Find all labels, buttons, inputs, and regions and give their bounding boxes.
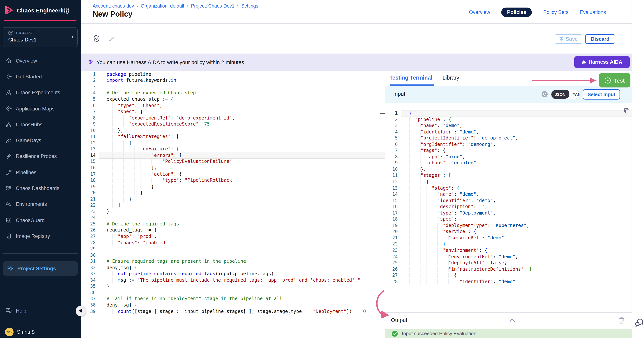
code-line[interactable]: "name": "demo", <box>409 123 532 129</box>
code-line[interactable]: "spec": { <box>106 109 366 115</box>
tab-library[interactable]: Library <box>442 75 459 81</box>
tab-policy-sets[interactable]: Policy Sets <box>543 10 568 15</box>
tab-overview[interactable]: Overview <box>469 10 490 15</box>
tab-policies[interactable]: Policies <box>502 8 532 17</box>
validate-shield-icon[interactable] <box>93 35 100 43</box>
sidebar-item-get-started[interactable]: Get Started <box>0 69 80 85</box>
code-line[interactable] <box>106 289 366 296</box>
user-menu[interactable]: SS Smriti S <box>0 324 86 338</box>
code-line[interactable]: } <box>106 196 366 202</box>
code-line[interactable] <box>106 252 366 258</box>
code-line[interactable]: "PolicyEvaluationFailure" <box>106 159 366 165</box>
code-line[interactable]: "identifier": "demo" <box>409 279 532 285</box>
code-line[interactable]: "spec": { <box>409 216 532 222</box>
sidebar-item-image-registry[interactable]: Image Registry <box>0 228 80 244</box>
code-line[interactable]: "onFailure": { <box>106 146 366 152</box>
module-grid-icon[interactable] <box>64 8 69 13</box>
code-line[interactable]: required_tags := { <box>106 227 366 233</box>
code-line[interactable]: not pipeline_contains_required_tags(inpu… <box>106 271 366 277</box>
code-line[interactable]: } <box>106 283 366 289</box>
format-option-yaml[interactable]: YAML <box>569 92 580 97</box>
sidebar-item-chaos-experiments[interactable]: Chaos Experiments <box>0 85 80 101</box>
code-line[interactable]: "orgIdentifier": "demoorg", <box>409 141 532 147</box>
code-line[interactable]: "action": { <box>106 171 366 177</box>
sidebar-item-project-settings[interactable]: Project Settings <box>3 261 78 276</box>
code-line[interactable]: "tags": { <box>409 148 532 154</box>
breadcrumb-project[interactable]: Project: Chaos-Dev1 <box>191 4 234 9</box>
code-line[interactable]: { <box>106 140 366 146</box>
breadcrumb-account[interactable]: Account: chaos-dev <box>93 4 134 9</box>
sidebar-collapse-handle[interactable] <box>76 306 86 316</box>
code-line[interactable]: "type": "Chaos", <box>106 102 366 109</box>
sidebar-item-application-maps[interactable]: Application Maps <box>0 101 80 117</box>
code-line[interactable]: "infrastructureDefinitions": [ <box>409 266 532 272</box>
breadcrumb-organization[interactable]: Organization: default <box>141 4 184 9</box>
code-line[interactable]: deny[msg] { <box>106 302 366 308</box>
code-line[interactable]: "serviceRef": "demo" <box>409 235 532 241</box>
sidebar-item-gamedays[interactable]: GameDays <box>0 133 80 149</box>
project-selector[interactable]: PROJECT Chaos-Dev1 › <box>3 27 78 47</box>
code-line[interactable]: # Define the expected Chaos step <box>106 90 366 96</box>
code-line[interactable]: "errors": [ <box>106 152 366 159</box>
code-line[interactable]: expected_chaos_step := { <box>106 96 366 102</box>
tab-evaluations[interactable]: Evaluations <box>580 10 606 15</box>
code-line[interactable]: } <box>106 183 366 190</box>
breadcrumb-settings[interactable]: Settings <box>241 4 258 9</box>
code-line[interactable]: } <box>106 190 366 196</box>
code-line[interactable]: } <box>106 246 366 252</box>
trash-icon[interactable] <box>618 317 625 324</box>
chevron-up-icon[interactable] <box>509 318 515 322</box>
input-json-editor[interactable]: 1234567891011121314151617181920212223242… <box>385 103 632 312</box>
edit-pencil-icon[interactable] <box>108 35 115 43</box>
code-line[interactable]: deny[msg] { <box>106 265 366 271</box>
code-line[interactable]: "failureStrategies": [ <box>106 134 366 140</box>
test-button[interactable]: Test <box>599 73 630 88</box>
code-line[interactable]: package pipeline <box>106 71 366 78</box>
code-line[interactable]: msg := "The pipeline must include the re… <box>106 277 366 283</box>
code-line[interactable]: "deployToAll": false, <box>409 260 532 266</box>
code-line[interactable]: }, <box>409 241 532 247</box>
code-line[interactable]: { <box>409 110 532 116</box>
code-line[interactable]: }, <box>106 127 366 133</box>
code-line[interactable] <box>106 215 366 221</box>
copy-icon[interactable] <box>624 108 630 114</box>
code-line[interactable]: "chaos": "enabled" <box>409 160 532 166</box>
select-input-button[interactable]: Select Input <box>583 89 620 99</box>
policy-code-editor[interactable]: 1234567891011121314151617181920212223242… <box>80 71 385 338</box>
code-line[interactable]: "description": "", <box>409 204 532 210</box>
code-line[interactable]: count([stage | stage := input.pipeline.s… <box>106 308 366 314</box>
code-line[interactable] <box>106 84 366 90</box>
sidebar-item-resilience-probes[interactable]: Resilience Probes <box>0 149 80 165</box>
tab-testing-terminal[interactable]: Testing Terminal <box>390 75 432 81</box>
code-line[interactable]: }, <box>409 166 532 172</box>
sidebar-item-chaos-dashboards[interactable]: Chaos Dashboards <box>0 180 80 196</box>
code-line[interactable]: "experimentRef": "demo-experiment-id", <box>106 115 366 121</box>
code-line[interactable]: "type": "PipelineRollback" <box>106 177 366 183</box>
code-line[interactable]: "name": "demo", <box>409 191 532 197</box>
code-line[interactable]: "chaos": "enabled" <box>106 240 366 246</box>
code-line[interactable]: "deploymentType": "Kubernetes", <box>409 222 532 229</box>
code-line[interactable]: "app": "prod", <box>106 233 366 240</box>
code-line[interactable]: # Define the required tags <box>106 221 366 227</box>
format-option-json[interactable]: JSON <box>551 90 569 99</box>
code-line[interactable]: "environment": { <box>409 247 532 253</box>
sidebar-item-environments[interactable]: Environments <box>0 196 80 212</box>
code-line[interactable]: "identifier": "demo", <box>409 197 532 204</box>
code-line[interactable]: "stages": [ <box>409 172 532 179</box>
code-line[interactable]: { <box>409 272 532 278</box>
discard-button[interactable]: Discard <box>585 34 615 44</box>
code-line[interactable]: "stage": { <box>409 185 532 191</box>
code-line[interactable]: "type": "Deployment", <box>409 210 532 216</box>
code-line[interactable]: { <box>409 179 532 185</box>
code-line[interactable]: ] <box>106 202 366 208</box>
code-line[interactable]: "identifier": "demo", <box>409 129 532 135</box>
code-line[interactable]: "service": { <box>409 229 532 235</box>
code-line[interactable]: "projectIdentifier": "demoproject", <box>409 135 532 141</box>
sidebar-item-chaoshubs[interactable]: ChaosHubs <box>0 117 80 133</box>
sidebar-item-chaosguard[interactable]: ChaosGuard <box>0 212 80 228</box>
support-chat-icon[interactable] <box>635 318 644 326</box>
sidebar-item-help[interactable]: ? Help <box>0 304 86 317</box>
sidebar-item-overview[interactable]: Overview <box>0 53 80 69</box>
code-line[interactable]: "expectedResilienceScore": 75 <box>106 121 366 127</box>
code-line[interactable]: ], <box>106 165 366 171</box>
